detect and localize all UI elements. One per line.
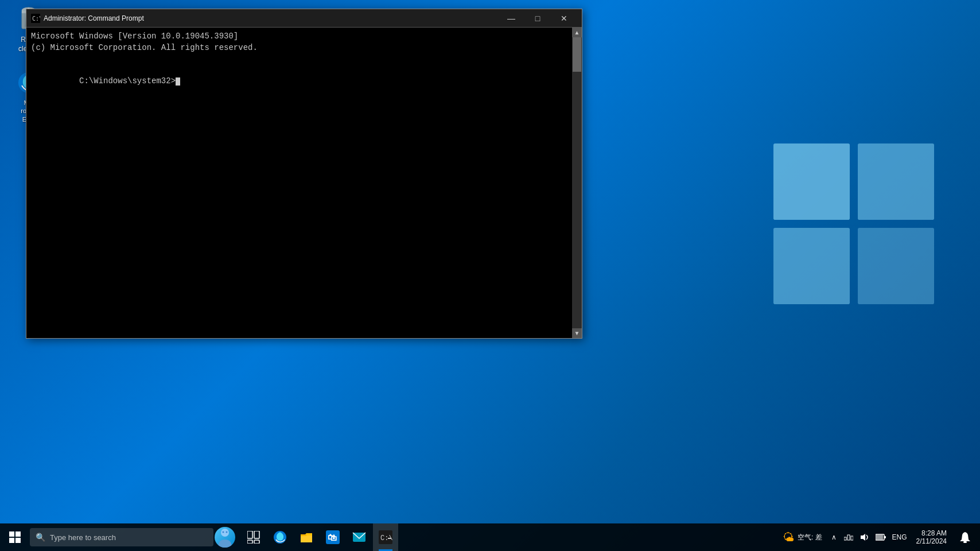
cmd-minimize-button[interactable]: —: [498, 9, 524, 28]
cmd-line-2: (c) Microsoft Corporation. All rights re…: [31, 42, 567, 54]
cmd-controls: — □ ✕: [498, 9, 577, 28]
svg-rect-23: [254, 531, 259, 538]
taskbar-search[interactable]: 🔍 Type here to search: [30, 528, 213, 546]
svg-point-19: [221, 529, 229, 537]
svg-rect-34: [388, 538, 391, 539]
svg-rect-1: [858, 143, 934, 220]
cmd-body[interactable]: Microsoft Windows [Version 10.0.19045.39…: [26, 28, 572, 338]
cmd-body-wrapper: Microsoft Windows [Version 10.0.19045.39…: [26, 28, 582, 338]
cmd-scrollbar-thumb[interactable]: [573, 37, 581, 72]
cmd-scrollbar-track: [572, 37, 582, 328]
taskbar-app-mail[interactable]: [347, 523, 372, 551]
tray-system-icons: [841, 523, 889, 551]
svg-rect-22: [247, 531, 252, 538]
tray-language[interactable]: ENG: [889, 523, 911, 551]
search-assistant[interactable]: [213, 523, 236, 551]
svg-rect-18: [15, 538, 21, 543]
tray-show-hidden-button[interactable]: ∧: [828, 523, 841, 551]
cmd-line-4: C:\Windows\system32>: [31, 65, 567, 99]
cmd-scrollbar-down[interactable]: ▼: [572, 328, 582, 338]
svg-rect-3: [858, 228, 934, 304]
search-icon: 🔍: [36, 533, 45, 542]
svg-rect-15: [9, 531, 14, 537]
taskbar-app-task-view[interactable]: [241, 523, 266, 551]
cmd-window: C:\ Administrator: Command Prompt — □ ✕ …: [26, 9, 582, 339]
assistant-avatar: [215, 527, 235, 548]
desktop: Recy cle Bin Mic rosoft Ed... C:\ Admini…: [0, 0, 980, 551]
cmd-title: Administrator: Command Prompt: [44, 14, 498, 22]
tray-volume-icon[interactable]: [857, 523, 873, 551]
tray-date: 2/11/2024: [916, 537, 947, 545]
svg-rect-36: [844, 537, 846, 540]
svg-point-20: [223, 531, 224, 533]
svg-rect-2: [773, 228, 850, 304]
taskbar-app-file-explorer[interactable]: [294, 523, 319, 551]
start-button[interactable]: [0, 523, 30, 551]
tray-clock[interactable]: 8:28 AM 2/11/2024: [911, 523, 952, 551]
svg-marker-38: [861, 534, 865, 541]
svg-rect-41: [876, 535, 883, 540]
weather-icon: 🌤: [783, 531, 794, 544]
taskbar-app-cmd[interactable]: C:\: [373, 523, 398, 551]
cmd-scrollbar[interactable]: ▲ ▼: [572, 28, 582, 338]
cmd-scrollbar-up[interactable]: ▲: [572, 28, 582, 37]
svg-rect-42: [963, 541, 967, 543]
svg-rect-25: [254, 540, 259, 544]
cmd-close-button[interactable]: ✕: [551, 9, 577, 28]
svg-rect-27: [301, 536, 312, 542]
taskbar-app-edge[interactable]: [267, 523, 293, 551]
taskbar-apps: 🛍 C:\: [241, 523, 398, 551]
cmd-cursor: [176, 77, 180, 86]
svg-rect-35: [847, 535, 850, 540]
taskbar: 🔍 Type here to search: [0, 523, 980, 551]
svg-text:C:\: C:\: [32, 15, 40, 22]
svg-point-21: [226, 531, 228, 533]
svg-rect-0: [773, 143, 850, 220]
windows-logo: [773, 115, 934, 333]
cmd-line-3: [31, 53, 567, 65]
cmd-maximize-button[interactable]: □: [524, 9, 551, 28]
svg-rect-40: [884, 536, 886, 538]
svg-rect-16: [15, 531, 21, 537]
svg-rect-17: [9, 538, 14, 543]
svg-rect-37: [851, 536, 853, 540]
svg-rect-24: [247, 540, 252, 544]
svg-text:🛍: 🛍: [328, 533, 337, 542]
tray-notification-button[interactable]: [952, 523, 978, 551]
weather-text: 空气: 差: [798, 533, 822, 542]
tray-weather[interactable]: 🌤 空气: 差: [777, 523, 828, 551]
svg-rect-28: [301, 534, 306, 536]
cmd-window-icon: C:\: [31, 14, 40, 23]
tray-battery-icon[interactable]: [873, 523, 889, 551]
tray-time: 8:28 AM: [921, 529, 947, 537]
cmd-titlebar: C:\ Administrator: Command Prompt — □ ✕: [26, 9, 582, 28]
cmd-prompt: C:\Windows\system32>: [79, 76, 176, 86]
system-tray: 🌤 空气: 差 ∧: [777, 523, 980, 551]
chevron-up-icon: ∧: [831, 533, 837, 541]
taskbar-app-ms-store[interactable]: 🛍: [320, 523, 345, 551]
search-placeholder: Type here to search: [50, 533, 116, 542]
tray-network-icon[interactable]: [841, 523, 857, 551]
cmd-line-1: Microsoft Windows [Version 10.0.19045.39…: [31, 31, 567, 42]
